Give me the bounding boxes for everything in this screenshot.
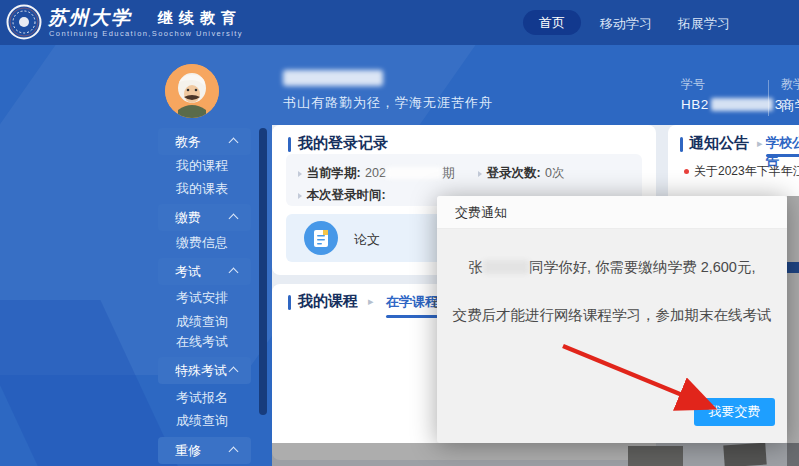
chevron-up-icon [229, 367, 239, 377]
logo-title: 苏州大学 [48, 5, 132, 31]
current-term-suffix: 期 [442, 166, 455, 180]
sidebar-item-exam-registration[interactable]: 考试报名 [176, 389, 228, 407]
avatar-illustration-icon [165, 64, 219, 118]
modal-overlay-bottom [272, 443, 799, 466]
current-term-prefix: 202 [365, 166, 386, 180]
modal-line1-text: 同学你好, 你需要缴纳学费 2,600元, [529, 259, 755, 275]
banner-divider [768, 80, 769, 116]
user-motto: 书山有路勤为径，学海无涯苦作舟 [283, 94, 493, 112]
university-seal-icon [6, 4, 42, 40]
notice-bullet-dot [684, 169, 689, 174]
sidebar-group-exam[interactable]: 考试 [158, 258, 251, 285]
sidebar-scrollbar[interactable] [259, 128, 267, 415]
current-term-redacted [386, 167, 442, 179]
sidebar-group-label: 特殊考试 [175, 363, 227, 378]
pay-now-button[interactable]: 我要交费 [694, 398, 775, 426]
chevron-right-icon: ▸ [368, 295, 374, 308]
current-term-label: 当前学期: [306, 166, 360, 180]
chevron-right-icon: ▸ [757, 137, 763, 150]
triangle-bullet-icon [298, 193, 302, 199]
modal-title: 交费通知 [455, 196, 507, 229]
top-header-bar: 苏州大学 继续教育 Continuing Education,Soochow U… [0, 0, 799, 45]
sidebar-group-special-exam[interactable]: 特殊考试 [158, 357, 251, 384]
sidebar-group-label: 重修 [175, 443, 201, 458]
login-time-row: 本次登录时间: [298, 185, 386, 204]
notice-title: 通知公告 [689, 134, 749, 153]
student-id-redacted [711, 98, 773, 111]
sidebar-item-my-timetable[interactable]: 我的课表 [176, 180, 228, 198]
chevron-up-icon [229, 447, 239, 457]
login-count-value: 0次 [545, 166, 564, 180]
student-id-label: 学号 [681, 76, 705, 93]
payment-notice-modal: 交费通知 张同学你好, 你需要缴纳学费 2,600元, 交费后才能进行网络课程学… [437, 196, 787, 443]
sidebar-group-academic[interactable]: 教务 [158, 128, 251, 155]
sidebar-item-exam-schedule[interactable]: 考试安排 [176, 289, 228, 307]
tab-underline [766, 154, 799, 157]
login-record-title: 我的登录记录 [298, 134, 388, 153]
student-name-redacted [483, 260, 529, 274]
chevron-up-icon [229, 268, 239, 278]
user-name-redacted [283, 70, 383, 86]
section-accent-bar [288, 137, 291, 152]
section-accent-bar [288, 295, 291, 310]
sidebar-item-my-courses[interactable]: 我的课程 [176, 157, 228, 175]
my-courses-title: 我的课程 [298, 292, 358, 311]
sidebar-item-grade-query[interactable]: 成绩查询 [176, 313, 228, 331]
teaching-point-label: 教学 [781, 76, 799, 93]
logo-subtitle: 继续教育 [158, 9, 242, 28]
avatar[interactable] [165, 64, 219, 118]
nav-home[interactable]: 首页 [523, 10, 581, 35]
teaching-point-value: 商学 [781, 97, 799, 115]
chevron-up-icon [229, 214, 239, 224]
sidebar-item-payment-info[interactable]: 缴费信息 [176, 234, 228, 252]
logo-subtitle-en: Continuing Education,Soochow University [49, 29, 243, 38]
sidebar-item-special-grade-query[interactable]: 成绩查询 [176, 412, 228, 430]
login-count-row: 登录次数: 0次 [478, 163, 565, 182]
tab-underline [386, 315, 438, 318]
modal-overlay-right [787, 196, 799, 466]
document-icon-circle [304, 221, 338, 255]
chevron-up-icon [229, 138, 239, 148]
notice-item-link[interactable]: 关于2023年下半年江苏省高 [694, 163, 799, 180]
document-icon [304, 221, 338, 255]
triangle-bullet-icon [298, 171, 302, 177]
sidebar-group-label: 教务 [175, 134, 201, 149]
modal-message-line2: 交费后才能进行网络课程学习，参加期末在线考试 [437, 306, 787, 325]
sidebar-group-label: 考试 [175, 264, 201, 279]
thesis-shortcut-label: 论文 [354, 231, 380, 249]
sidebar-group-retake[interactable]: 重修 [158, 437, 251, 464]
nav-mobile-learning[interactable]: 移动学习 [600, 15, 652, 33]
triangle-bullet-icon [478, 171, 482, 177]
current-term-row: 当前学期: 202期 [298, 163, 454, 182]
page: 苏州大学 继续教育 Continuing Education,Soochow U… [0, 0, 799, 466]
login-count-label: 登录次数: [486, 166, 540, 180]
modal-titlebar[interactable]: 交费通知 [437, 196, 787, 229]
tab-current-courses[interactable]: 在学课程 [386, 293, 438, 311]
student-id-prefix: HB2 [681, 97, 709, 112]
modal-message-line1: 张同学你好, 你需要缴纳学费 2,600元, [437, 258, 787, 277]
login-time-label: 本次登录时间: [306, 188, 385, 202]
section-accent-bar [680, 137, 683, 152]
student-name-prefix: 张 [469, 259, 484, 275]
sidebar-group-label: 缴费 [175, 210, 201, 225]
sidebar-group-payment[interactable]: 缴费 [158, 204, 251, 231]
nav-extended-learning[interactable]: 拓展学习 [678, 15, 730, 33]
sidebar-item-online-exam[interactable]: 在线考试 [176, 333, 228, 351]
